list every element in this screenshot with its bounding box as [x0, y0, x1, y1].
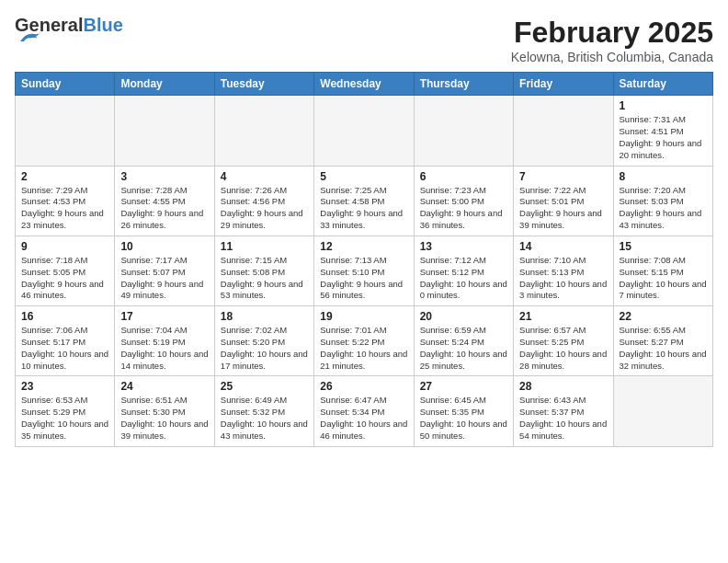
- day-number: 9: [21, 240, 108, 253]
- calendar-cell: 17Sunrise: 7:04 AM Sunset: 5:19 PM Dayli…: [115, 306, 214, 376]
- calendar-cell: 28Sunrise: 6:43 AM Sunset: 5:37 PM Dayli…: [514, 376, 613, 446]
- page-header: GeneralBlue February 2025 Kelowna, Briti…: [15, 15, 713, 64]
- calendar-cell: 18Sunrise: 7:02 AM Sunset: 5:20 PM Dayli…: [214, 306, 313, 376]
- day-number: 5: [320, 170, 407, 183]
- day-number: 1: [620, 99, 707, 112]
- day-number: 20: [420, 310, 507, 323]
- calendar-cell: [414, 96, 513, 166]
- logo-blue: Blue: [83, 15, 122, 35]
- calendar-cell: [214, 96, 313, 166]
- day-number: 4: [221, 170, 308, 183]
- calendar-cell: 19Sunrise: 7:01 AM Sunset: 5:22 PM Dayli…: [314, 306, 414, 376]
- day-info: Sunrise: 7:22 AM Sunset: 5:01 PM Dayligh…: [519, 185, 607, 232]
- calendar-cell: 9Sunrise: 7:18 AM Sunset: 5:05 PM Daylig…: [16, 236, 115, 305]
- calendar-week-row: 1Sunrise: 7:31 AM Sunset: 4:51 PM Daylig…: [16, 96, 713, 166]
- day-info: Sunrise: 7:08 AM Sunset: 5:15 PM Dayligh…: [620, 255, 707, 302]
- day-info: Sunrise: 6:47 AM Sunset: 5:34 PM Dayligh…: [320, 395, 407, 442]
- day-number: 26: [320, 380, 407, 393]
- day-number: 8: [620, 170, 707, 183]
- calendar-cell: 20Sunrise: 6:59 AM Sunset: 5:24 PM Dayli…: [414, 306, 513, 376]
- calendar-cell: 14Sunrise: 7:10 AM Sunset: 5:13 PM Dayli…: [514, 236, 613, 305]
- day-info: Sunrise: 7:26 AM Sunset: 4:56 PM Dayligh…: [221, 185, 308, 232]
- calendar-cell: 6Sunrise: 7:23 AM Sunset: 5:00 PM Daylig…: [414, 166, 513, 236]
- day-info: Sunrise: 6:59 AM Sunset: 5:24 PM Dayligh…: [420, 325, 507, 372]
- month-title: February 2025: [511, 15, 713, 50]
- calendar-cell: 7Sunrise: 7:22 AM Sunset: 5:01 PM Daylig…: [514, 166, 613, 236]
- calendar-cell: 13Sunrise: 7:12 AM Sunset: 5:12 PM Dayli…: [414, 236, 513, 305]
- calendar-cell: 11Sunrise: 7:15 AM Sunset: 5:08 PM Dayli…: [214, 236, 313, 305]
- day-number: 3: [120, 170, 208, 183]
- day-number: 6: [420, 170, 507, 183]
- day-number: 11: [221, 240, 308, 253]
- calendar-cell: 22Sunrise: 6:55 AM Sunset: 5:27 PM Dayli…: [613, 306, 712, 376]
- day-info: Sunrise: 7:10 AM Sunset: 5:13 PM Dayligh…: [519, 255, 607, 302]
- weekday-header-friday: Friday: [514, 73, 613, 96]
- day-number: 7: [519, 170, 607, 183]
- calendar-cell: 15Sunrise: 7:08 AM Sunset: 5:15 PM Dayli…: [613, 236, 712, 305]
- weekday-header-row: SundayMondayTuesdayWednesdayThursdayFrid…: [16, 73, 713, 96]
- day-number: 13: [420, 240, 507, 253]
- location: Kelowna, British Columbia, Canada: [511, 50, 713, 64]
- calendar-cell: 5Sunrise: 7:25 AM Sunset: 4:58 PM Daylig…: [314, 166, 414, 236]
- day-number: 18: [221, 310, 308, 323]
- day-number: 23: [21, 380, 108, 393]
- title-block: February 2025 Kelowna, British Columbia,…: [511, 15, 713, 64]
- day-info: Sunrise: 7:20 AM Sunset: 5:03 PM Dayligh…: [620, 185, 707, 232]
- day-info: Sunrise: 6:45 AM Sunset: 5:35 PM Dayligh…: [420, 395, 507, 442]
- calendar-cell: 16Sunrise: 7:06 AM Sunset: 5:17 PM Dayli…: [16, 306, 115, 376]
- calendar-cell: 27Sunrise: 6:45 AM Sunset: 5:35 PM Dayli…: [414, 376, 513, 446]
- weekday-header-saturday: Saturday: [613, 73, 712, 96]
- day-info: Sunrise: 7:17 AM Sunset: 5:07 PM Dayligh…: [120, 255, 208, 302]
- calendar-cell: 10Sunrise: 7:17 AM Sunset: 5:07 PM Dayli…: [115, 236, 214, 305]
- calendar-cell: [613, 376, 712, 446]
- calendar-cell: 21Sunrise: 6:57 AM Sunset: 5:25 PM Dayli…: [514, 306, 613, 376]
- calendar-cell: 3Sunrise: 7:28 AM Sunset: 4:55 PM Daylig…: [115, 166, 214, 236]
- day-number: 14: [519, 240, 607, 253]
- calendar-week-row: 23Sunrise: 6:53 AM Sunset: 5:29 PM Dayli…: [16, 376, 713, 446]
- day-info: Sunrise: 6:49 AM Sunset: 5:32 PM Dayligh…: [221, 395, 308, 442]
- day-number: 10: [120, 240, 208, 253]
- day-info: Sunrise: 7:23 AM Sunset: 5:00 PM Dayligh…: [420, 185, 507, 232]
- calendar-cell: 4Sunrise: 7:26 AM Sunset: 4:56 PM Daylig…: [214, 166, 313, 236]
- calendar-cell: 8Sunrise: 7:20 AM Sunset: 5:03 PM Daylig…: [613, 166, 712, 236]
- calendar-cell: [314, 96, 414, 166]
- day-info: Sunrise: 6:43 AM Sunset: 5:37 PM Dayligh…: [519, 395, 607, 442]
- day-info: Sunrise: 7:28 AM Sunset: 4:55 PM Dayligh…: [120, 185, 208, 232]
- day-number: 15: [620, 240, 707, 253]
- day-number: 22: [620, 310, 707, 323]
- day-info: Sunrise: 7:12 AM Sunset: 5:12 PM Dayligh…: [420, 255, 507, 302]
- weekday-header-thursday: Thursday: [414, 73, 513, 96]
- calendar-cell: 25Sunrise: 6:49 AM Sunset: 5:32 PM Dayli…: [214, 376, 313, 446]
- day-info: Sunrise: 6:55 AM Sunset: 5:27 PM Dayligh…: [620, 325, 707, 372]
- day-number: 12: [320, 240, 407, 253]
- day-info: Sunrise: 7:25 AM Sunset: 4:58 PM Dayligh…: [320, 185, 407, 232]
- day-info: Sunrise: 7:18 AM Sunset: 5:05 PM Dayligh…: [21, 255, 108, 302]
- day-info: Sunrise: 7:06 AM Sunset: 5:17 PM Dayligh…: [21, 325, 108, 372]
- day-number: 28: [519, 380, 607, 393]
- day-info: Sunrise: 7:31 AM Sunset: 4:51 PM Dayligh…: [620, 114, 707, 161]
- day-info: Sunrise: 6:53 AM Sunset: 5:29 PM Dayligh…: [21, 395, 108, 442]
- calendar-week-row: 9Sunrise: 7:18 AM Sunset: 5:05 PM Daylig…: [16, 236, 713, 305]
- day-number: 21: [519, 310, 607, 323]
- calendar-cell: 12Sunrise: 7:13 AM Sunset: 5:10 PM Dayli…: [314, 236, 414, 305]
- weekday-header-tuesday: Tuesday: [214, 73, 313, 96]
- day-info: Sunrise: 7:15 AM Sunset: 5:08 PM Dayligh…: [221, 255, 308, 302]
- calendar-cell: 23Sunrise: 6:53 AM Sunset: 5:29 PM Dayli…: [16, 376, 115, 446]
- weekday-header-monday: Monday: [115, 73, 214, 96]
- calendar-cell: [514, 96, 613, 166]
- day-number: 25: [221, 380, 308, 393]
- day-number: 17: [120, 310, 208, 323]
- day-info: Sunrise: 7:13 AM Sunset: 5:10 PM Dayligh…: [320, 255, 407, 302]
- day-number: 24: [120, 380, 208, 393]
- day-number: 19: [320, 310, 407, 323]
- day-info: Sunrise: 6:51 AM Sunset: 5:30 PM Dayligh…: [120, 395, 208, 442]
- day-info: Sunrise: 7:29 AM Sunset: 4:53 PM Dayligh…: [21, 185, 108, 232]
- day-number: 27: [420, 380, 507, 393]
- day-info: Sunrise: 6:57 AM Sunset: 5:25 PM Dayligh…: [519, 325, 607, 372]
- calendar-table: SundayMondayTuesdayWednesdayThursdayFrid…: [15, 72, 713, 446]
- day-info: Sunrise: 7:04 AM Sunset: 5:19 PM Dayligh…: [120, 325, 208, 372]
- calendar-week-row: 16Sunrise: 7:06 AM Sunset: 5:17 PM Dayli…: [16, 306, 713, 376]
- calendar-cell: [115, 96, 214, 166]
- calendar-week-row: 2Sunrise: 7:29 AM Sunset: 4:53 PM Daylig…: [16, 166, 713, 236]
- day-info: Sunrise: 7:02 AM Sunset: 5:20 PM Dayligh…: [221, 325, 308, 372]
